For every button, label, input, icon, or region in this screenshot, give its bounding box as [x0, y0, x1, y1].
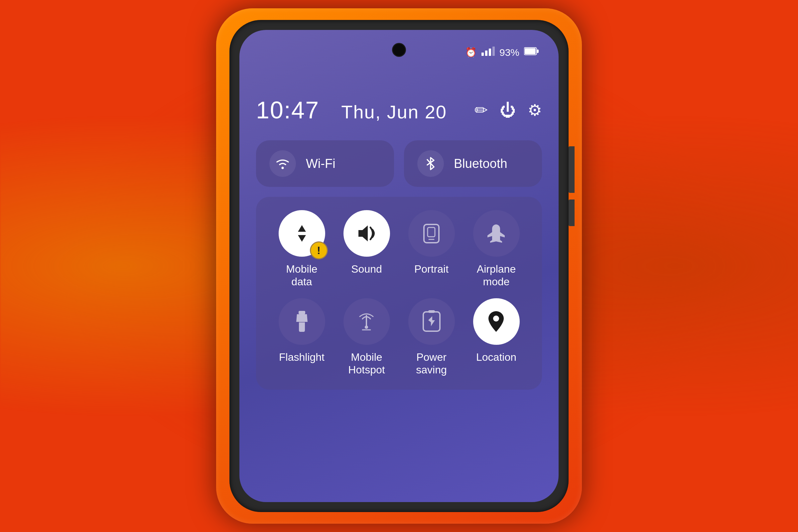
phone-outer-shell: ⏰ 93%	[216, 8, 582, 524]
edit-icon[interactable]: ✏	[474, 101, 488, 119]
alarm-icon: ⏰	[465, 47, 477, 58]
portrait-label: Portrait	[414, 263, 449, 275]
status-bar: ⏰ 93%	[465, 46, 539, 58]
date-value: Thu, Jun 20	[341, 101, 447, 122]
sound-label: Sound	[351, 263, 382, 275]
svg-rect-11	[299, 322, 305, 323]
top-action-icons: ✏ ⏻ ⚙	[474, 101, 542, 119]
tiles-row-1: ! Mobiledata	[269, 210, 529, 288]
svg-rect-1	[485, 51, 488, 56]
svg-rect-14	[428, 310, 435, 313]
quick-settings-panel: 10:47 Thu, Jun 20 ✏ ⏻ ⚙	[240, 63, 558, 502]
power-button[interactable]	[569, 200, 574, 226]
toggle-row: Wi-Fi Bluetooth	[256, 140, 542, 187]
airplane-icon	[473, 210, 520, 257]
side-buttons	[569, 146, 574, 226]
bluetooth-toggle[interactable]: Bluetooth	[404, 140, 542, 187]
time-row: 10:47 Thu, Jun 20 ✏ ⏻ ⚙	[256, 96, 542, 124]
battery-icon	[524, 47, 539, 58]
svg-rect-2	[489, 49, 491, 56]
front-camera	[393, 44, 405, 56]
phone-frame: ⏰ 93%	[229, 20, 569, 512]
bluetooth-label: Bluetooth	[454, 157, 507, 171]
svg-rect-3	[492, 46, 495, 56]
svg-rect-5	[537, 50, 539, 53]
phone-screen: ⏰ 93%	[240, 30, 558, 502]
power-icon[interactable]: ⏻	[500, 101, 516, 119]
sound-tile[interactable]: Sound	[334, 210, 399, 288]
flashlight-label: Flashlight	[279, 351, 324, 363]
quick-tiles-panel: ! Mobiledata	[256, 197, 542, 390]
bluetooth-icon-circle	[417, 150, 444, 177]
flashlight-tile[interactable]: Flashlight	[269, 298, 334, 376]
mobile-data-tile[interactable]: ! Mobiledata	[269, 210, 334, 288]
time-display: 10:47 Thu, Jun 20	[256, 96, 447, 124]
warning-badge: !	[310, 241, 328, 259]
location-icon	[473, 298, 520, 345]
svg-rect-9	[428, 227, 435, 237]
portrait-icon	[408, 210, 455, 257]
wifi-label: Wi-Fi	[306, 157, 336, 171]
airplane-tile[interactable]: Airplanemode	[464, 210, 529, 288]
svg-point-7	[282, 167, 284, 169]
svg-rect-0	[481, 53, 484, 56]
settings-icon[interactable]: ⚙	[528, 101, 542, 119]
time-value: 10:47	[256, 97, 319, 124]
mobile-hotspot-icon	[343, 298, 390, 345]
sound-icon	[343, 210, 390, 257]
mobile-hotspot-tile[interactable]: MobileHotspot	[334, 298, 399, 376]
signal-icon	[481, 46, 495, 58]
mobile-data-label: Mobiledata	[286, 263, 317, 288]
portrait-tile[interactable]: Portrait	[399, 210, 464, 288]
power-saving-tile[interactable]: Powersaving	[399, 298, 464, 376]
flashlight-icon	[279, 298, 325, 345]
airplane-label: Airplanemode	[477, 263, 516, 288]
location-label: Location	[476, 351, 516, 363]
tiles-row-2: Flashlight	[269, 298, 529, 376]
volume-button[interactable]	[569, 146, 574, 193]
location-tile[interactable]: Location	[464, 298, 529, 376]
svg-rect-10	[299, 311, 305, 314]
power-saving-label: Powersaving	[416, 351, 447, 376]
svg-rect-6	[525, 48, 536, 54]
power-saving-icon	[408, 298, 455, 345]
wifi-toggle[interactable]: Wi-Fi	[256, 140, 394, 187]
mobile-hotspot-label: MobileHotspot	[348, 351, 385, 376]
svg-point-15	[493, 316, 499, 322]
wifi-icon-circle	[269, 150, 296, 177]
battery-percentage: 93%	[499, 47, 519, 58]
mobile-data-icon: !	[279, 210, 325, 257]
svg-point-12	[365, 325, 368, 329]
